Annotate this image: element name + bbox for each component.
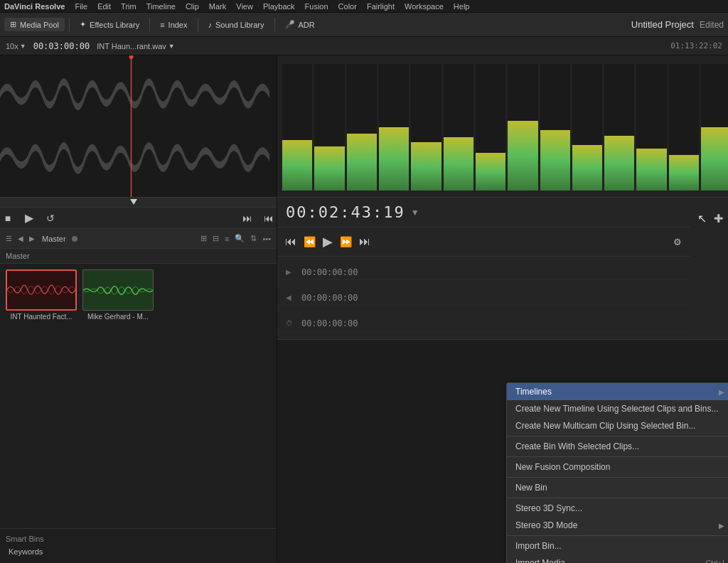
next-frame-btn[interactable]: ⏭ <box>240 210 255 226</box>
menu-stereo-sync[interactable]: Stereo 3D Sync... <box>507 500 728 517</box>
app-brand: DaVinci Resolve <box>4 2 65 11</box>
menu-import-media[interactable]: Import Media... Ctrl+I <box>507 554 728 563</box>
svg-rect-0 <box>0 55 277 197</box>
media-pool-label: Media Pool <box>20 21 59 29</box>
effects-library-label: Effects Library <box>90 21 139 29</box>
media-pool-icon: ⊞ <box>10 20 16 29</box>
context-menu-overlay: Timelines ▶ Create New Timeline Using Se… <box>277 55 728 563</box>
bin-view-icons: ⊞ ⊟ ≡ 🔍 ⇅ ••• <box>199 232 272 245</box>
menu-stereo-mode[interactable]: Stereo 3D Mode ▶ <box>507 517 728 534</box>
waveform-container <box>0 55 277 198</box>
project-status: Edited <box>700 20 724 30</box>
menu-bar: DaVinci Resolve File Edit Trim Timeline … <box>0 0 728 13</box>
bin-tile-view-btn[interactable]: ⊟ <box>211 232 220 245</box>
bin-search-btn[interactable]: 🔍 <box>233 232 246 245</box>
menu-fusion[interactable]: Fusion <box>305 2 328 11</box>
left-panel: ■ ▶ ↺ ⏭ ⏮ ☰ ◀ ▶ Master ⊞ ⊟ ≡ 🔍 ⇅ ••• <box>0 55 277 563</box>
media-clip-2[interactable]: Mike Gerhard - M... <box>82 269 154 321</box>
clip-thumbnail-2 <box>82 269 154 311</box>
menu-help[interactable]: Help <box>454 2 470 11</box>
playhead-marker <box>130 199 137 205</box>
menu-workspace[interactable]: Workspace <box>405 2 444 11</box>
smart-bins-title: Smart Bins <box>6 535 271 543</box>
media-pool-btn[interactable]: ⊞ Media Pool <box>4 18 65 31</box>
right-panel: 0 -5 -10 -15 -20 -30 -40 00:02:43:19 ▼ <box>277 55 728 563</box>
adr-btn[interactable]: 🎤 ADR <box>279 18 321 31</box>
bin-list-btn[interactable]: ☰ <box>4 233 14 244</box>
bin-status-dot <box>72 236 77 242</box>
playhead-scrubber[interactable] <box>0 198 277 208</box>
media-clip-1[interactable]: INT Haunted Fact... <box>6 269 77 321</box>
menu-clip[interactable]: Clip <box>186 2 199 11</box>
adr-icon: 🎤 <box>285 20 295 29</box>
transport-controls: ■ ▶ ↺ ⏭ ⏮ <box>0 208 277 229</box>
toolbar-sep-2 <box>149 18 150 32</box>
menu-new-fusion[interactable]: New Fusion Composition <box>507 459 728 476</box>
sound-library-label: Sound Library <box>215 21 264 29</box>
menu-sep-3 <box>507 477 728 478</box>
keywords-item[interactable]: Keywords <box>6 546 271 557</box>
bin-forward-btn[interactable]: ▶ <box>28 233 36 244</box>
sound-library-btn[interactable]: ♪ Sound Library <box>203 18 270 31</box>
import-media-shortcut: Ctrl+I <box>705 559 724 563</box>
menu-timelines[interactable]: Timelines ▶ <box>507 383 728 400</box>
stop-btn[interactable]: ■ <box>0 210 16 226</box>
menu-mark[interactable]: Mark <box>209 2 226 11</box>
bin-more-btn[interactable]: ••• <box>261 232 272 245</box>
bin-sort-btn[interactable]: ⇅ <box>249 232 258 245</box>
bin-back-btn[interactable]: ◀ <box>16 233 25 244</box>
clip-name-1: INT Haunted Fact... <box>10 313 72 321</box>
clip-waveform-1 <box>7 271 75 309</box>
prev-frame-btn[interactable]: ⏮ <box>261 210 277 226</box>
effects-icon: ✦ <box>80 20 86 29</box>
stereo-arrow: ▶ <box>719 522 724 530</box>
timelines-arrow: ▶ <box>719 388 724 396</box>
toolbar-sep-3 <box>198 18 198 32</box>
menu-import-bin[interactable]: Import Bin... <box>507 537 728 554</box>
menu-create-timeline-selected[interactable]: Create New Timeline Using Selected Clips… <box>507 400 728 417</box>
smart-bins-section: Smart Bins Keywords <box>0 528 277 563</box>
adr-label: ADR <box>299 21 315 29</box>
timecode-bar: 10x ▼ 00:03:00:00 INT Haun...rant.wav ▼ … <box>0 37 728 55</box>
end-timecode: 01:13:22:02 <box>670 41 722 50</box>
clip-name-2: Mike Gerhard - M... <box>87 313 149 321</box>
index-label: Index <box>168 21 188 29</box>
main-toolbar: ⊞ Media Pool ✦ Effects Library ≡ Index ♪… <box>0 13 728 37</box>
menu-sep-1 <box>507 436 728 436</box>
waveform-bg <box>0 55 277 197</box>
index-icon: ≡ <box>160 21 164 29</box>
main-layout: ■ ▶ ↺ ⏭ ⏮ ☰ ◀ ▶ Master ⊞ ⊟ ≡ 🔍 ⇅ ••• <box>0 55 728 563</box>
bin-toolbar: ☰ ◀ ▶ Master ⊞ ⊟ ≡ 🔍 ⇅ ••• <box>0 229 277 249</box>
bin-list-view-btn[interactable]: ≡ <box>223 232 230 245</box>
waveform-svg <box>0 55 277 197</box>
menu-edit[interactable]: Edit <box>97 2 111 11</box>
clip-waveform-2 <box>83 270 153 310</box>
media-grid: INT Haunted Fact... Mike Gerhard - M... <box>0 264 277 528</box>
clip-waveform-svg-1 <box>7 274 75 305</box>
toolbar-sep-1 <box>69 18 70 32</box>
menu-color[interactable]: Color <box>338 2 357 11</box>
menu-sep-2 <box>507 456 728 457</box>
project-name: Untitled Project <box>631 19 694 30</box>
menu-view[interactable]: View <box>236 2 253 11</box>
sound-icon: ♪ <box>208 21 213 29</box>
filename-display: INT Haun...rant.wav ▼ <box>97 42 175 50</box>
current-timecode: 00:03:00:00 <box>33 41 90 51</box>
bin-grid-view-btn[interactable]: ⊞ <box>199 232 208 245</box>
effects-library-btn[interactable]: ✦ Effects Library <box>74 18 145 31</box>
timelines-label: Timelines <box>515 387 552 397</box>
menu-trim[interactable]: Trim <box>121 2 136 11</box>
play-btn[interactable]: ▶ <box>21 210 37 226</box>
menu-create-multicam[interactable]: Create New Multicam Clip Using Selected … <box>507 417 728 434</box>
menu-sep-5 <box>507 535 728 536</box>
zoom-level[interactable]: 10x ▼ <box>6 42 26 50</box>
menu-timeline[interactable]: Timeline <box>146 2 176 11</box>
menu-new-bin[interactable]: New Bin <box>507 479 728 496</box>
loop-btn[interactable]: ↺ <box>43 210 58 226</box>
clip-thumbnail-1 <box>6 269 77 311</box>
index-btn[interactable]: ≡ Index <box>154 18 193 31</box>
menu-file[interactable]: File <box>75 2 87 11</box>
menu-fairlight[interactable]: Fairlight <box>367 2 395 11</box>
menu-create-bin-selected[interactable]: Create Bin With Selected Clips... <box>507 438 728 455</box>
menu-playback[interactable]: Playback <box>263 2 295 11</box>
